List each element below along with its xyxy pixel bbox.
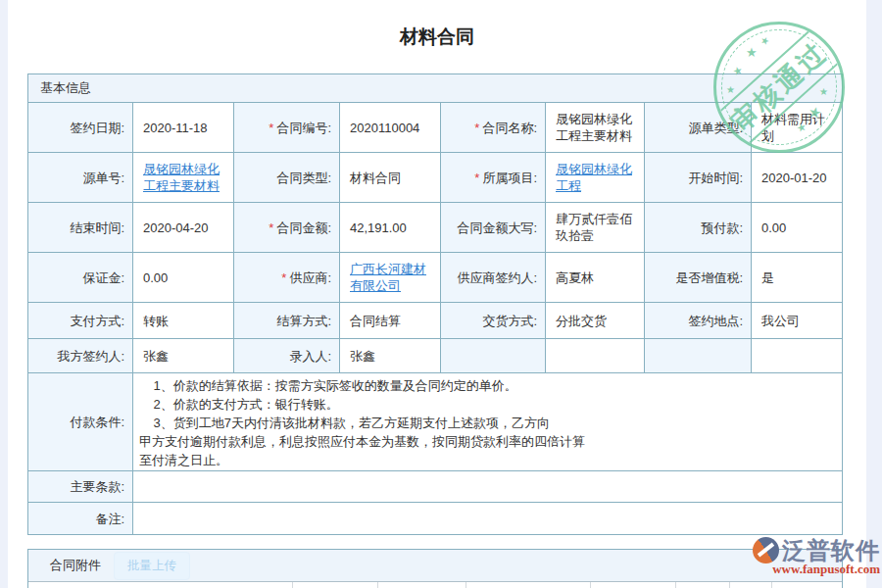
field-value: 2020-11-18 — [133, 103, 233, 152]
field-value-text: 我公司 — [761, 313, 800, 329]
field-value-text: 晟铭园林绿化工程主要材料 — [556, 111, 638, 144]
field-link[interactable]: 广西长河建材有限公司 — [350, 261, 434, 294]
field-label: 签约日期: — [28, 103, 132, 152]
field-label: 备注: — [28, 503, 132, 534]
field-value-text: 肆万贰仟壹佰玖拾壹 — [556, 211, 638, 244]
required-marker: * — [281, 270, 286, 286]
attachment-section: 合同附件 批量上传 — [27, 549, 843, 588]
field-value-text: 高夏林 — [556, 270, 594, 286]
field-label — [645, 339, 751, 372]
field-label: *所属项目: — [441, 153, 545, 202]
field-label-text: 供应商签约人: — [457, 270, 537, 286]
field-link[interactable]: 晟铭园林绿化工程 — [556, 161, 638, 194]
field-value-text: 42,191.00 — [350, 220, 407, 236]
field-label-text: 我方签约人: — [57, 348, 124, 365]
field-label-text: 备注: — [95, 511, 124, 527]
field-value-text: 分批交货 — [556, 313, 607, 329]
field-value: 42,191.00 — [340, 203, 440, 252]
field-label-text: 所属项目: — [482, 170, 537, 186]
batch-upload-button[interactable]: 批量上传 — [114, 552, 190, 580]
field-label: 签约地点: — [645, 303, 751, 338]
field-label: *供应商: — [234, 253, 339, 302]
field-value-text: 0.00 — [761, 220, 786, 236]
attachment-column-divider — [771, 582, 772, 588]
attachment-table-header-row — [28, 581, 842, 588]
content-card: 材料合同 基本信息 签约日期:2020-11-18*合同编号:202011000… — [8, 0, 866, 588]
field-value: 分批交货 — [546, 303, 644, 338]
field-link[interactable]: 晟铭园林绿化工程主要材料 — [143, 161, 227, 194]
field-label-text: 合同金额: — [276, 220, 331, 236]
required-marker: * — [269, 120, 273, 136]
field-label-text: 支付方式: — [70, 313, 124, 329]
vendor-name: 泛普软件 — [782, 538, 880, 564]
field-value: 晟铭园林绿化工程 — [546, 153, 644, 202]
field-label-text: 付款条件: — [70, 414, 124, 430]
field-value: 2020110004 — [340, 103, 440, 152]
field-value-text: 材料需用计划 — [761, 111, 836, 144]
attachment-column-divider — [377, 582, 378, 588]
field-value: 0.00 — [752, 203, 842, 252]
field-value-text: 张鑫 — [143, 348, 169, 365]
attachment-column-divider — [675, 582, 676, 588]
field-label-text: 交货方式: — [482, 313, 537, 329]
attachment-header: 合同附件 批量上传 — [28, 550, 842, 581]
field-label: 支付方式: — [28, 303, 132, 338]
field-label: 主要条款: — [28, 471, 132, 502]
field-label: 合同类型: — [234, 153, 339, 202]
field-label: 供应商签约人: — [441, 253, 545, 302]
field-label: 付款条件: — [28, 373, 132, 470]
field-value-text: 是 — [761, 270, 774, 286]
field-value: 高夏林 — [546, 253, 644, 302]
field-label: 结束时间: — [28, 203, 132, 252]
payment-terms-text: 1、价款的结算依据：按需方实际签收的数量及合同约定的单价。 2、价款的支付方式：… — [133, 373, 842, 470]
section-header-basic-info: 基本信息 — [28, 74, 842, 102]
field-value: 广西长河建材有限公司 — [340, 253, 440, 302]
required-marker: * — [474, 170, 479, 186]
field-label-text: 结算方式: — [276, 313, 331, 329]
vendor-logo-icon — [753, 537, 779, 564]
field-value: 晟铭园林绿化工程主要材料 — [546, 103, 644, 152]
field-label-text: 合同金额大写: — [457, 220, 537, 236]
field-value: 材料需用计划 — [752, 103, 842, 152]
field-value: 转账 — [133, 303, 233, 338]
field-label: 预付款: — [645, 203, 751, 252]
section-title: 基本信息 — [40, 79, 91, 97]
field-label: *合同名称: — [441, 103, 545, 152]
field-value-text: 2020-04-20 — [143, 220, 209, 236]
field-value-text: 张鑫 — [350, 348, 375, 365]
field-value — [133, 503, 842, 534]
field-label-text: 供应商: — [289, 270, 331, 286]
field-value: 张鑫 — [340, 339, 440, 372]
field-label-text: 是否增值税: — [675, 270, 743, 286]
field-value: 2020-01-20 — [752, 153, 842, 202]
field-label-text: 源单号: — [82, 170, 124, 186]
field-value: 材料合同 — [340, 153, 440, 202]
field-value-text: 2020110004 — [350, 120, 419, 136]
field-label-text: 开始时间: — [688, 170, 743, 186]
field-value — [546, 339, 644, 372]
field-value: 晟铭园林绿化工程主要材料 — [133, 153, 233, 202]
field-value — [133, 471, 842, 502]
field-value-text: 合同结算 — [350, 313, 401, 329]
field-label-text: 结束时间: — [70, 220, 124, 236]
field-label: 是否增值税: — [645, 253, 751, 302]
field-value-text: 2020-11-18 — [143, 120, 208, 136]
field-label-text: 录入人: — [289, 348, 331, 365]
field-label: 合同金额大写: — [441, 203, 545, 252]
field-value: 我公司 — [752, 303, 842, 338]
field-label-text: 预付款: — [701, 220, 743, 236]
field-label-text: 合同编号: — [276, 120, 331, 136]
field-label-text: 合同名称: — [482, 120, 537, 136]
field-label: 源单类型: — [645, 103, 751, 152]
attachment-column-divider — [466, 582, 466, 588]
field-label: 结算方式: — [234, 303, 339, 338]
field-label-text: 主要条款: — [70, 478, 124, 495]
page-title: 材料合同 — [8, 0, 866, 49]
field-value: 肆万贰仟壹佰玖拾壹 — [546, 203, 644, 252]
required-marker: * — [269, 220, 273, 236]
field-value — [752, 339, 842, 372]
vendor-website: www.fanpusoft.com — [737, 562, 880, 577]
vendor-logo: 泛普软件 www.fanpusoft.com — [737, 537, 880, 577]
attachment-column-divider — [590, 582, 591, 588]
field-label-text: 源单类型: — [688, 120, 743, 136]
